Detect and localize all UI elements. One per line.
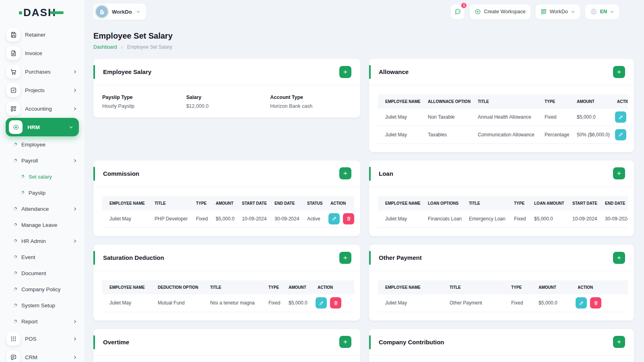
delete-button[interactable] xyxy=(590,297,601,309)
column-header-loan-options: LOAN OPTIONS xyxy=(421,196,462,210)
workdo-menu-label: WorkDo xyxy=(550,9,568,14)
sidebar-item-crm[interactable]: CRM xyxy=(0,348,85,362)
table-cell: Taxables xyxy=(421,126,471,143)
sidebar-item-payslip[interactable]: Payslip xyxy=(0,185,85,201)
table-cell-actions xyxy=(610,109,628,126)
create-workspace-button[interactable]: Create Workspace xyxy=(470,4,530,19)
add-other-payment-button[interactable] xyxy=(613,252,625,264)
card-title: Allowance xyxy=(379,68,613,75)
card-commission: CommissionEMPLOYEE NAMETITLETYPEAMOUNTST… xyxy=(93,160,360,237)
messages-badge: 0 xyxy=(460,2,467,9)
sidebar-item-label: Company Policy xyxy=(21,286,77,292)
column-header-action: ACTION xyxy=(610,95,628,109)
chevron-down-icon xyxy=(610,10,614,14)
card-header: Company Contribution xyxy=(369,329,634,356)
brand-logo[interactable]: DASH xyxy=(0,0,85,25)
sidebar-item-projects[interactable]: Projects xyxy=(0,81,85,99)
add-employee-salary-button[interactable] xyxy=(339,66,351,78)
card-accent-bar xyxy=(369,65,371,79)
sidebar-item-purchases[interactable]: Purchases xyxy=(0,62,85,81)
sidebar-item-event[interactable]: Event xyxy=(0,249,85,265)
sidebar-item-system-setup[interactable]: System Setup xyxy=(0,297,85,313)
sidebar-item-hrm[interactable]: HRM xyxy=(6,118,79,136)
sidebar-item-label: Report xyxy=(21,319,73,325)
add-loan-button[interactable] xyxy=(613,167,625,179)
card-employee-salary: Employee SalaryPayslip TypeHourly Paysli… xyxy=(93,59,360,117)
language-button[interactable]: EN xyxy=(585,4,619,19)
chevron-right-icon xyxy=(73,107,77,111)
table-cell: Emergency Loan xyxy=(462,210,507,228)
sidebar-item-retainer[interactable]: Retainer xyxy=(0,25,85,44)
plus-icon xyxy=(616,171,622,176)
plus-icon xyxy=(343,339,348,345)
sidebar-item-attendance[interactable]: Attendance xyxy=(0,201,85,217)
card-body: Payslip TypeHourly PayslipSalary$12,000.… xyxy=(93,85,360,117)
field-label: Account Type xyxy=(270,95,354,100)
table-cell: PHP Developer xyxy=(147,210,189,228)
add-company-contribution-button[interactable] xyxy=(613,336,625,348)
sidebar-item-accounting[interactable]: Accounting xyxy=(0,99,85,118)
delete-button[interactable] xyxy=(343,213,354,224)
messages-button[interactable]: 0 xyxy=(451,4,464,19)
field-label: Salary xyxy=(186,95,270,100)
column-header-deduction-option: DEDUCTION OPTION xyxy=(151,280,203,294)
sidebar-item-payroll[interactable]: Payroll xyxy=(0,152,85,169)
table-cell: Juliet May xyxy=(102,210,147,228)
column-header-title: TITLE xyxy=(471,95,537,109)
table-cell: Juliet May xyxy=(378,210,421,228)
sidebar-item-manage-leave[interactable]: Manage Leave xyxy=(0,217,85,233)
workdo-menu-button[interactable]: WorkDo xyxy=(536,4,580,19)
card-body xyxy=(93,356,360,362)
edit-button[interactable] xyxy=(316,297,327,309)
column-header-title: TITLE xyxy=(203,280,261,294)
table-cell: 30-09-2024 xyxy=(267,210,300,228)
sidebar-item-report[interactable]: Report xyxy=(0,313,85,329)
sidebar-item-document[interactable]: Document xyxy=(0,265,85,281)
card-body: EMPLOYEE NAMEDEDUCTION OPTIONTITLETYPEAM… xyxy=(93,271,360,321)
delete-button[interactable] xyxy=(330,297,341,309)
edit-button[interactable] xyxy=(576,297,587,309)
column-header-amount: AMOUNT xyxy=(208,196,235,210)
column-header-employee-name: EMPLOYEE NAME xyxy=(102,196,147,210)
edit-button[interactable] xyxy=(615,129,626,140)
breadcrumb-item-dashboard[interactable]: Dashboard xyxy=(93,44,117,50)
table-cell: Juliet May xyxy=(378,109,421,126)
card-title: Loan xyxy=(379,170,613,177)
bullet-icon xyxy=(21,191,24,194)
card-title: Employee Salary xyxy=(103,68,339,75)
column-header-employee-name: EMPLOYEE NAME xyxy=(378,95,421,109)
column-header-employee-name: EMPLOYEE NAME xyxy=(102,280,151,294)
column-header-type: TYPE xyxy=(189,196,208,210)
table-cell: $5,000.0 xyxy=(281,294,310,312)
plus-icon xyxy=(343,69,348,75)
table-row: Juliet MayFinancials LoanEmergency LoanF… xyxy=(378,210,628,228)
table-cell: Fixed xyxy=(504,294,531,312)
sidebar-item-hr-admin[interactable]: HR Admin xyxy=(0,233,85,249)
sidebar-item-company-policy[interactable]: Company Policy xyxy=(0,281,85,297)
table-cell: Annual Health Allowance xyxy=(471,109,537,126)
card-body: EMPLOYEE NAMETITLETYPEAMOUNTSTART DATEEN… xyxy=(93,187,360,237)
sidebar-item-set-salary[interactable]: Set salary xyxy=(0,169,85,185)
sidebar-item-label: Accounting xyxy=(25,106,73,112)
add-saturation-deduction-button[interactable] xyxy=(339,252,351,264)
edit-button[interactable] xyxy=(328,213,340,224)
card-title: Commission xyxy=(103,170,339,177)
plus-circle-icon xyxy=(475,8,481,15)
add-allowance-button[interactable] xyxy=(613,66,625,78)
chevron-down-icon xyxy=(571,10,575,14)
sidebar-item-pos[interactable]: POS xyxy=(0,329,85,348)
add-overtime-button[interactable] xyxy=(339,336,351,348)
card-title: Other Payment xyxy=(379,254,613,261)
sidebar-item-invoice[interactable]: Invoice xyxy=(0,44,85,62)
table-cell: $5,000.0 xyxy=(570,109,610,126)
edit-button[interactable] xyxy=(615,111,626,123)
add-commission-button[interactable] xyxy=(339,167,351,179)
globe-icon xyxy=(590,8,597,15)
card-header: Loan xyxy=(369,160,634,187)
chevron-right-icon xyxy=(73,88,77,93)
workspace-switcher[interactable]: WorkDo xyxy=(93,4,146,20)
logo-accent-bar xyxy=(50,11,64,14)
sidebar-item-employee[interactable]: Employee xyxy=(0,136,85,152)
field-value: Horizon Bank cash xyxy=(270,103,354,109)
card-title: Saturation Deduction xyxy=(103,254,339,261)
